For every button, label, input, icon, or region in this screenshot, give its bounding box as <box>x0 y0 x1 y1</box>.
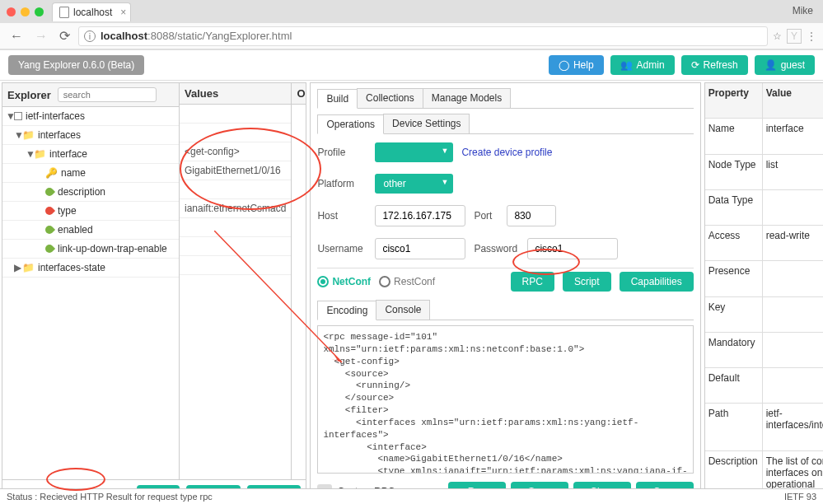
tree-row[interactable]: 🔑name <box>2 164 179 183</box>
ops-header: O <box>292 83 306 105</box>
netconf-radio[interactable]: NetConf <box>317 276 371 287</box>
create-profile-link[interactable]: Create device profile <box>461 147 552 158</box>
value-cell[interactable] <box>180 218 291 237</box>
browser-tab[interactable]: localhost × <box>52 2 131 21</box>
extension-icon[interactable]: Y <box>787 29 802 44</box>
profile-select[interactable] <box>375 142 453 162</box>
prop-cell <box>763 333 823 368</box>
prop-cell: Presence <box>705 261 763 296</box>
tab-operations[interactable]: Operations <box>317 114 384 134</box>
values-header: Values <box>180 83 291 105</box>
prop-cell <box>763 261 823 296</box>
prop-cell: ietf-interfaces/interfaces/interface <box>763 404 823 450</box>
yang-tree[interactable]: ▼ietf-interfaces▼📁interfaces▼📁interface🔑… <box>2 107 179 278</box>
tab-encoding[interactable]: Encoding <box>317 301 376 320</box>
explorer-title: Explorer <box>7 89 51 101</box>
profile-name[interactable]: Mike <box>793 5 813 16</box>
page-icon <box>59 7 69 18</box>
script-button[interactable]: Script <box>563 272 611 292</box>
username-input[interactable] <box>375 238 465 259</box>
refresh-icon: ⟳ <box>691 59 699 71</box>
tree-row[interactable]: description <box>2 183 179 202</box>
menu-icon[interactable]: ⋮ <box>807 30 816 42</box>
value-cell[interactable]: GigabitEthernet1/0/16 <box>180 161 291 180</box>
sub-tabs: Operations Device Settings <box>317 114 693 134</box>
prop-cell <box>763 190 823 226</box>
port-input[interactable] <box>507 205 556 226</box>
prop-cell: Default <box>705 368 763 404</box>
value-cell[interactable] <box>180 237 291 256</box>
tree-row[interactable]: ▶📁interfaces-state <box>2 259 179 278</box>
window-controls[interactable] <box>7 7 44 16</box>
output-tabs: Encoding Console <box>317 300 693 320</box>
prop-cell: Name <box>705 119 763 154</box>
forward-button: → <box>31 27 51 45</box>
main-layout: Explorer ▼ietf-interfaces▼📁interfaces▼📁i… <box>0 81 823 504</box>
rpc-output[interactable]: <rpc message-id="101" xmlns="urn:ietf:pa… <box>317 325 693 474</box>
platform-select[interactable]: other <box>375 174 453 194</box>
restconf-radio[interactable]: RestConf <box>379 276 435 287</box>
host-input[interactable] <box>375 205 465 226</box>
value-cell[interactable] <box>180 124 291 142</box>
prop-cell: Value <box>763 83 823 119</box>
tab-build[interactable]: Build <box>317 89 358 109</box>
platform-label: Platform <box>317 178 367 189</box>
value-cell[interactable] <box>180 256 291 275</box>
search-input[interactable] <box>58 87 157 102</box>
value-cell[interactable]: <get-config> <box>180 142 291 161</box>
tab-bar: localhost × <box>0 0 823 23</box>
user-icon: 👤 <box>765 59 777 71</box>
rpc-button[interactable]: RPC <box>511 272 554 292</box>
refresh-button[interactable]: ⟳Refresh <box>681 55 748 75</box>
password-input[interactable] <box>527 238 618 259</box>
app-title: Yang Explorer 0.6.0 (Beta) <box>8 55 144 75</box>
reload-button[interactable]: ⟳ <box>56 26 73 45</box>
browser-chrome: Mike localhost × ← → ⟳ i localhost:8088/… <box>0 0 823 50</box>
tree-row[interactable]: link-up-down-trap-enable <box>2 240 179 259</box>
admin-button[interactable]: 👥Admin <box>610 55 675 75</box>
tab-console[interactable]: Console <box>376 300 430 320</box>
tab-manage-models[interactable]: Manage Models <box>423 88 511 108</box>
close-icon[interactable]: × <box>120 7 126 18</box>
status-right: IETF 93 <box>784 492 816 502</box>
profile-label: Profile <box>317 147 367 158</box>
status-text: Status : Recieved HTTP Result for reques… <box>7 492 213 502</box>
star-icon[interactable]: ☆ <box>773 30 782 42</box>
prop-cell: Node Type <box>705 155 763 190</box>
host-label: Host <box>317 210 367 222</box>
values-column: <get-config>GigabitEthernet1/0/16ianaift… <box>180 105 291 275</box>
github-icon: ◯ <box>559 59 569 71</box>
value-cell[interactable] <box>180 105 291 124</box>
tree-row[interactable]: ▼ietf-interfaces <box>2 107 179 126</box>
url-path: :8088/static/YangExplorer.html <box>147 30 292 42</box>
value-cell[interactable] <box>180 180 291 199</box>
password-label: Password <box>474 243 519 254</box>
explorer-panel: Explorer ▼ietf-interfaces▼📁interfaces▼📁i… <box>2 82 306 504</box>
prop-cell <box>763 297 823 333</box>
guest-button[interactable]: 👤guest <box>755 55 815 75</box>
prop-cell: Key <box>705 297 763 333</box>
tree-row[interactable]: enabled <box>2 221 179 240</box>
tree-row[interactable]: ▼📁interface <box>2 145 179 164</box>
prop-cell <box>763 368 823 404</box>
prop-cell: Data Type <box>705 190 763 226</box>
prop-cell: read-write <box>763 226 823 261</box>
back-button[interactable]: ← <box>7 27 26 45</box>
help-button[interactable]: ◯Help <box>549 55 604 75</box>
status-bar: Status : Recieved HTTP Result for reques… <box>0 488 823 504</box>
value-cell[interactable]: ianaift:ethernetCsmacd <box>180 199 291 218</box>
capabilities-button[interactable]: Capabilities <box>620 272 694 292</box>
main-tabs: Build Collections Manage Models <box>317 88 693 109</box>
port-label: Port <box>474 210 498 222</box>
tab-device-settings[interactable]: Device Settings <box>383 114 470 133</box>
tree-row[interactable]: ▼📁interfaces <box>2 126 179 145</box>
prop-cell: Access <box>705 226 763 261</box>
username-label: Username <box>317 243 367 254</box>
info-icon[interactable]: i <box>84 30 96 42</box>
prop-cell: Mandatory <box>705 333 763 368</box>
url-host: localhost <box>101 30 147 42</box>
url-field[interactable]: i localhost:8088/static/YangExplorer.htm… <box>78 26 768 46</box>
app-header: Yang Explorer 0.6.0 (Beta) ◯Help 👥Admin … <box>0 50 823 81</box>
tree-row[interactable]: type <box>2 202 179 221</box>
tab-collections[interactable]: Collections <box>357 88 423 108</box>
